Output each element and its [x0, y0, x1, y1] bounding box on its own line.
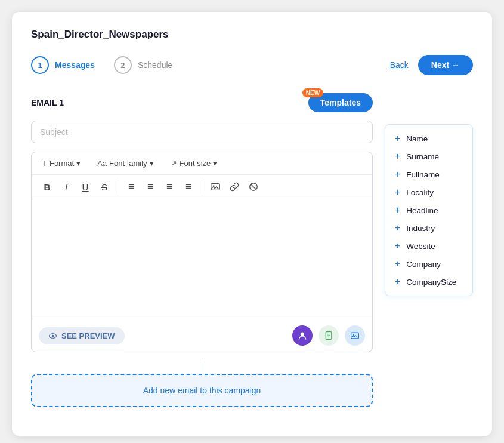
image-add-icon	[350, 331, 360, 340]
editor-footer: SEE PREVIEW	[32, 319, 372, 352]
variable-panel: +Name+Surname+Fullname+Locality+Headline…	[385, 124, 473, 296]
var-item-name[interactable]: +Name	[385, 130, 472, 147]
document-icon	[324, 331, 333, 340]
fontfamily-icon: Aa	[97, 159, 107, 168]
plus-icon: +	[395, 241, 400, 251]
editor-actions	[292, 325, 365, 346]
add-email-button[interactable]: Add new email to this campaign	[31, 374, 373, 407]
format-dropdown[interactable]: T Format ▾	[39, 157, 84, 170]
svg-line-3	[251, 184, 256, 190]
font-size-dropdown[interactable]: ↗ Font size ▾	[167, 157, 221, 170]
font-family-dropdown[interactable]: Aa Font family ▾	[94, 157, 157, 170]
step-2-circle: 2	[114, 56, 132, 74]
steps-bar: 1 Messages 2 Schedule Back Next →	[31, 55, 473, 75]
align-left-button[interactable]: ≡	[123, 179, 140, 195]
var-item-companysize[interactable]: +CompanySize	[385, 273, 472, 291]
new-badge: NEW	[302, 88, 323, 97]
image-button[interactable]	[207, 179, 224, 195]
step-schedule[interactable]: 2 Schedule	[114, 56, 172, 74]
var-item-locality[interactable]: +Locality	[385, 183, 472, 201]
email-header: EMAIL 1 NEW Templates	[31, 93, 373, 112]
align-center-button[interactable]: ≡	[142, 179, 159, 195]
steps-left: 1 Messages 2 Schedule	[31, 56, 172, 74]
email-label: EMAIL 1	[31, 98, 64, 107]
person-icon	[298, 331, 307, 340]
editor-toolbar: T Format ▾ Aa Font family ▾	[32, 152, 372, 175]
step-messages[interactable]: 1 Messages	[31, 56, 95, 74]
var-item-website[interactable]: +Website	[385, 237, 472, 255]
divider-2	[202, 181, 202, 193]
next-button[interactable]: Next →	[418, 55, 473, 75]
templates-button[interactable]: NEW Templates	[308, 93, 373, 112]
plus-icon: +	[395, 259, 400, 269]
svg-point-6	[301, 332, 304, 336]
back-button[interactable]: Back	[390, 60, 409, 70]
unlink-button[interactable]	[245, 179, 262, 195]
step-2-label: Schedule	[138, 60, 172, 70]
vertical-divider	[202, 359, 202, 374]
step-1-circle: 1	[31, 56, 49, 74]
editor-body[interactable]	[32, 199, 372, 319]
var-item-headline[interactable]: +Headline	[385, 201, 472, 219]
eye-icon	[48, 331, 57, 340]
plus-icon: +	[395, 170, 400, 179]
underline-button[interactable]: U	[77, 179, 94, 195]
plus-icon: +	[395, 223, 400, 233]
image-add-button[interactable]	[345, 325, 365, 346]
var-item-industry[interactable]: +Industry	[385, 219, 472, 237]
var-item-company[interactable]: +Company	[385, 255, 472, 273]
step-1-label: Messages	[55, 60, 95, 70]
toolbar-fontsize-group: ↗ Font size ▾	[167, 157, 221, 170]
preview-button[interactable]: SEE PREVIEW	[39, 327, 125, 344]
variable-list: +Name+Surname+Fullname+Locality+Headline…	[385, 130, 472, 291]
link-button[interactable]	[226, 179, 243, 195]
plus-icon: +	[395, 187, 400, 197]
svg-point-5	[52, 334, 54, 337]
content-area: EMAIL 1 NEW Templates T Format ▾	[31, 93, 473, 407]
divider-1	[118, 181, 118, 193]
add-email-divider	[31, 359, 373, 374]
fontsize-icon: ↗	[171, 159, 177, 168]
plus-icon: +	[395, 205, 400, 215]
var-item-surname[interactable]: +Surname	[385, 147, 472, 165]
plus-icon: +	[395, 277, 400, 287]
italic-button[interactable]: I	[58, 179, 75, 195]
editor-container: T Format ▾ Aa Font family ▾	[31, 152, 373, 352]
format-buttons-row: B I U S ≡ ≡ ≡ ≡	[32, 175, 372, 199]
bold-button[interactable]: B	[39, 179, 55, 195]
var-item-fullname[interactable]: +Fullname	[385, 165, 472, 183]
subject-input[interactable]	[31, 121, 373, 143]
email-section: EMAIL 1 NEW Templates T Format ▾	[31, 93, 373, 407]
format-icon: T	[42, 159, 47, 168]
personalize-button[interactable]	[292, 325, 313, 346]
toolbar-format-group: T Format ▾	[39, 157, 84, 170]
template-add-button[interactable]	[319, 325, 339, 346]
plus-icon: +	[395, 134, 400, 143]
plus-icon: +	[395, 152, 400, 161]
align-right-button[interactable]: ≡	[161, 179, 178, 195]
strikethrough-button[interactable]: S	[96, 179, 113, 195]
steps-right: Back Next →	[390, 55, 473, 75]
toolbar-fontfamily-group: Aa Font family ▾	[94, 157, 157, 170]
main-card: Spain_Director_Newspapers 1 Messages 2 S…	[12, 12, 492, 436]
page-title: Spain_Director_Newspapers	[31, 29, 473, 41]
align-justify-button[interactable]: ≡	[180, 179, 197, 195]
